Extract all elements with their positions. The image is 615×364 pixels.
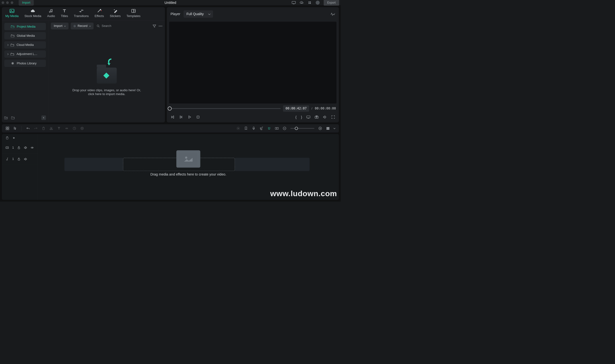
more-menu-icon[interactable] <box>159 24 163 28</box>
export-button[interactable]: Export <box>324 0 339 6</box>
delete-icon[interactable] <box>41 127 45 130</box>
media-panel: My Media Stock Media Audio Titles Transi… <box>2 7 165 122</box>
magnet-snap-icon[interactable] <box>267 127 271 130</box>
svg-rect-40 <box>275 127 277 129</box>
media-sidebar: Project Media Global Media Cloud Media <box>2 20 49 122</box>
lock-icon[interactable] <box>17 146 20 149</box>
collapse-sidebar[interactable] <box>41 116 46 120</box>
sidebar-item-photos[interactable]: Photos Library <box>4 60 46 67</box>
clipboard-icon[interactable] <box>6 136 9 139</box>
import-dropdown[interactable]: Import <box>51 23 69 29</box>
mark-out-icon[interactable]: } <box>301 115 302 119</box>
audio-track-header[interactable]: 1 <box>2 154 38 165</box>
marker-icon[interactable] <box>244 127 248 130</box>
sidebar-item-global-media[interactable]: Global Media <box>4 32 46 39</box>
voiceover-icon[interactable] <box>252 127 256 130</box>
volume-icon[interactable] <box>323 115 327 119</box>
svg-rect-50 <box>6 137 8 139</box>
search-input[interactable]: Search <box>96 23 112 29</box>
tab-label: Effects <box>95 14 104 18</box>
new-folder-icon[interactable] <box>4 116 8 119</box>
visibility-icon[interactable] <box>31 146 34 149</box>
track-layout-icon[interactable] <box>326 127 330 130</box>
tab-audio[interactable]: Audio <box>47 8 55 20</box>
player-viewport[interactable] <box>169 22 336 104</box>
color-tool-icon[interactable] <box>80 127 84 130</box>
effects-wand-icon <box>97 8 102 13</box>
media-tabs: My Media Stock Media Audio Titles Transi… <box>2 7 165 20</box>
audio-mixer-icon[interactable] <box>259 127 263 130</box>
tab-label: Templates <box>127 14 141 18</box>
filter-icon[interactable] <box>152 24 156 28</box>
render-icon[interactable] <box>236 127 240 130</box>
atom-icon <box>11 62 14 65</box>
svg-point-36 <box>81 127 83 130</box>
minimize-window[interactable] <box>6 1 9 4</box>
record-dropdown[interactable]: Record <box>71 23 94 29</box>
grid-view-icon[interactable] <box>6 127 9 130</box>
tab-effects[interactable]: Effects <box>95 8 104 20</box>
cloud-download-icon[interactable] <box>300 1 304 4</box>
close-window[interactable] <box>2 1 4 4</box>
folder-settings-icon[interactable] <box>11 116 15 119</box>
link-icon[interactable] <box>12 136 15 139</box>
scrub-bar[interactable] <box>170 108 281 109</box>
cut-icon[interactable] <box>50 127 53 130</box>
apps-grid-icon[interactable] <box>308 1 312 4</box>
zoom-in-icon[interactable] <box>318 127 322 130</box>
expand-arrow-icon <box>7 44 9 46</box>
timeline-drop-hint: Drag media and effects here to create yo… <box>150 172 226 176</box>
video-track-num: 1 <box>12 146 14 149</box>
layout-chevron-icon[interactable] <box>334 127 335 129</box>
tab-transitions[interactable]: Transitions <box>74 8 89 20</box>
sidebar-item-adjustment[interactable]: Adjustment L… <box>4 51 46 58</box>
mark-in-icon[interactable]: { <box>295 115 296 119</box>
zoom-out-icon[interactable] <box>283 127 287 130</box>
svg-point-21 <box>160 26 161 26</box>
crop-tool-icon[interactable] <box>65 127 69 130</box>
mute-icon[interactable] <box>24 157 27 160</box>
audio-track-num: 1 <box>12 157 14 161</box>
player-header: Player Full Quality <box>167 7 339 21</box>
fullscreen-icon[interactable] <box>331 115 335 119</box>
snapshot-icon[interactable] <box>315 115 319 119</box>
text-tool-icon[interactable] <box>57 127 61 130</box>
mute-icon[interactable] <box>24 146 27 149</box>
zoom-slider[interactable] <box>290 128 314 129</box>
document-title: Untitled <box>165 0 176 5</box>
step-forward-icon[interactable] <box>179 115 183 119</box>
watermark: www.ludown.com <box>270 189 337 198</box>
user-avatar[interactable] <box>316 1 320 5</box>
sidebar-item-cloud-media[interactable]: Cloud Media <box>4 41 46 49</box>
tab-my-media[interactable]: My Media <box>5 8 18 20</box>
maximize-window[interactable] <box>11 1 13 4</box>
search-icon <box>97 25 100 27</box>
display-icon[interactable] <box>292 1 296 4</box>
link-tracks-icon[interactable] <box>275 127 279 130</box>
tab-stickers[interactable]: Stickers <box>110 8 120 20</box>
search-placeholder: Search <box>102 24 111 28</box>
svg-rect-48 <box>326 128 329 129</box>
import-button[interactable]: Import <box>19 0 34 6</box>
undo-icon[interactable] <box>26 127 30 130</box>
media-drop-zone[interactable]: Drop your video clips, images, or audio … <box>49 31 165 122</box>
prev-frame-icon[interactable] <box>171 115 175 119</box>
video-track-header[interactable]: 1 <box>2 142 38 154</box>
redo-icon[interactable] <box>34 127 38 130</box>
pointer-tool-icon[interactable] <box>13 127 17 130</box>
sidebar-item-project-media[interactable]: Project Media <box>4 23 46 30</box>
svg-rect-3 <box>310 2 311 3</box>
sidebar-item-label: Cloud Media <box>17 43 34 47</box>
tab-stock-media[interactable]: Stock Media <box>25 8 41 20</box>
play-icon[interactable] <box>188 115 192 119</box>
lock-icon[interactable] <box>17 157 20 160</box>
quality-select[interactable]: Full Quality <box>184 10 213 17</box>
tab-templates[interactable]: Templates <box>127 8 141 20</box>
stop-icon[interactable] <box>196 115 200 119</box>
current-timecode[interactable]: 00:00:42:07 <box>283 105 309 112</box>
waveform-icon[interactable] <box>330 12 335 16</box>
chevron-down-icon <box>208 13 211 15</box>
fit-screen-icon[interactable] <box>306 115 310 119</box>
tab-titles[interactable]: Titles <box>61 8 68 20</box>
speed-tool-icon[interactable] <box>73 127 76 130</box>
